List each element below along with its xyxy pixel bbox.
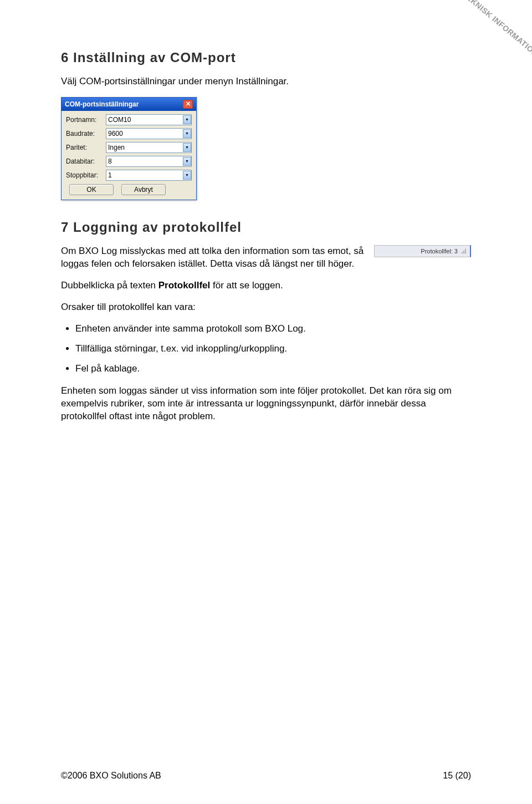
p2-bold: Protokollfel	[158, 280, 211, 291]
section-7-p2: Dubbelklicka på texten Protokollfel för …	[61, 279, 471, 292]
chevron-down-icon: ▼	[183, 171, 191, 180]
com-port-settings-dialog: COM-portsinställningar ✕ Portnamn: COM10…	[61, 97, 197, 200]
section-7-p3: Orsaker till protokollfel kan vara:	[61, 301, 471, 314]
paritet-select[interactable]: Ingen ▼	[106, 142, 192, 153]
databitar-value: 8	[108, 157, 112, 165]
list-item: Fel på kablage.	[75, 363, 471, 375]
chevron-down-icon: ▼	[183, 129, 191, 138]
section-6-intro: Välj COM-portsinställningar under menyn …	[61, 75, 471, 88]
resize-grip-icon	[461, 248, 467, 254]
page-footer: ©2006 BXO Solutions AB 15 (20)	[61, 771, 471, 781]
databitar-select[interactable]: 8 ▼	[106, 156, 192, 167]
baudrate-value: 9600	[108, 130, 123, 138]
section-7-p4: Enheten som loggas sänder ut viss inform…	[61, 385, 471, 423]
footer-page-number: 15 (20)	[443, 771, 471, 781]
paritet-value: Ingen	[108, 144, 125, 151]
ok-button[interactable]: OK	[69, 184, 114, 195]
cancel-button[interactable]: Avbryt	[121, 184, 166, 195]
protokollfel-statusbar: Protokollfel: 3	[374, 245, 471, 257]
portnamn-select[interactable]: COM10 ▼	[106, 114, 192, 125]
section-6-heading: 6 Inställning av COM-port	[61, 50, 471, 65]
chevron-down-icon: ▼	[183, 115, 191, 124]
paritet-label: Paritet:	[66, 144, 106, 151]
p2-post: för att se loggen.	[210, 280, 283, 291]
portnamn-value: COM10	[108, 116, 131, 124]
chevron-down-icon: ▼	[183, 157, 191, 166]
baudrate-select[interactable]: 9600 ▼	[106, 128, 192, 139]
chevron-down-icon: ▼	[183, 143, 191, 152]
dialog-title-text: COM-portsinställningar	[65, 100, 139, 108]
p2-pre: Dubbelklicka på texten	[61, 280, 158, 291]
list-item: Tillfälliga störningar, t.ex. vid inkopp…	[75, 343, 471, 355]
stoppbitar-label: Stoppbitar:	[66, 171, 106, 179]
dialog-titlebar: COM-portsinställningar ✕	[62, 98, 196, 111]
watermark-text: TEKNISK INFORMATION	[461, 0, 532, 58]
databitar-label: Databitar:	[66, 157, 106, 165]
footer-copyright: ©2006 BXO Solutions AB	[61, 771, 161, 781]
list-item: Enheten använder inte samma protokoll so…	[75, 323, 471, 335]
protokollfel-status-text: Protokollfel: 3	[421, 248, 458, 255]
portnamn-label: Portnamn:	[66, 116, 106, 124]
close-icon[interactable]: ✕	[183, 100, 193, 109]
section-7-heading: 7 Loggning av protokollfel	[61, 220, 471, 235]
protokollfel-causes-list: Enheten använder inte samma protokoll so…	[75, 323, 471, 375]
baudrate-label: Baudrate:	[66, 130, 106, 138]
stoppbitar-value: 1	[108, 171, 112, 179]
stoppbitar-select[interactable]: 1 ▼	[106, 170, 192, 181]
